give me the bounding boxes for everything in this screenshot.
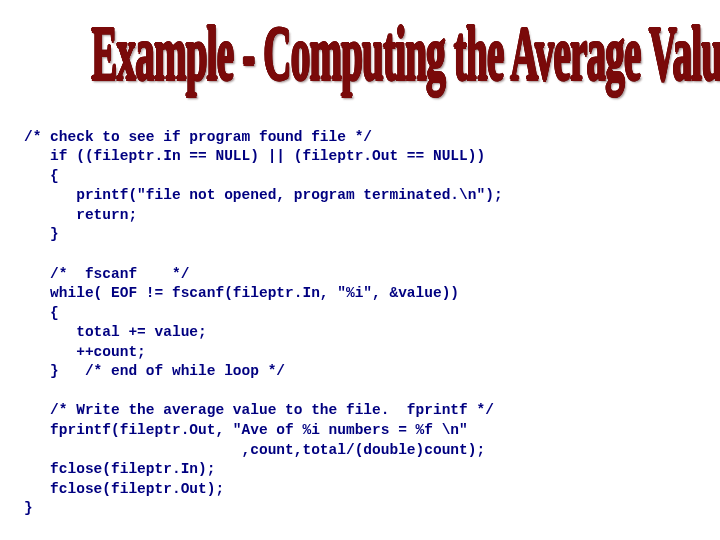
code-example: /* check to see if program found file */… — [24, 108, 710, 519]
code-line: total += value; — [24, 324, 207, 340]
code-line: fprintf(fileptr.Out, "Ave of %i numbers … — [24, 422, 468, 438]
code-line: if ((fileptr.In == NULL) || (fileptr.Out… — [24, 148, 485, 164]
code-line: return; — [24, 207, 137, 223]
code-line: } — [24, 226, 59, 242]
code-line: ++count; — [24, 344, 146, 360]
code-line: ,count,total/(double)count); — [24, 442, 485, 458]
code-line: fclose(fileptr.Out); — [24, 481, 224, 497]
code-line: fclose(fileptr.In); — [24, 461, 215, 477]
code-line: printf("file not opened, program termina… — [24, 187, 503, 203]
code-line: { — [24, 168, 59, 184]
code-line: } — [24, 500, 33, 516]
slide-title: Example - Computing the Average Value — [91, 8, 720, 98]
code-line: /* check to see if program found file */ — [24, 129, 372, 145]
code-line: } /* end of while loop */ — [24, 363, 285, 379]
code-line: while( EOF != fscanf(fileptr.In, "%i", &… — [24, 285, 459, 301]
code-line: { — [24, 305, 59, 321]
code-line: /* Write the average value to the file. … — [24, 402, 494, 418]
slide-title-container: Example - Computing the Average Value — [0, 0, 720, 96]
code-line: /* fscanf */ — [24, 266, 189, 282]
